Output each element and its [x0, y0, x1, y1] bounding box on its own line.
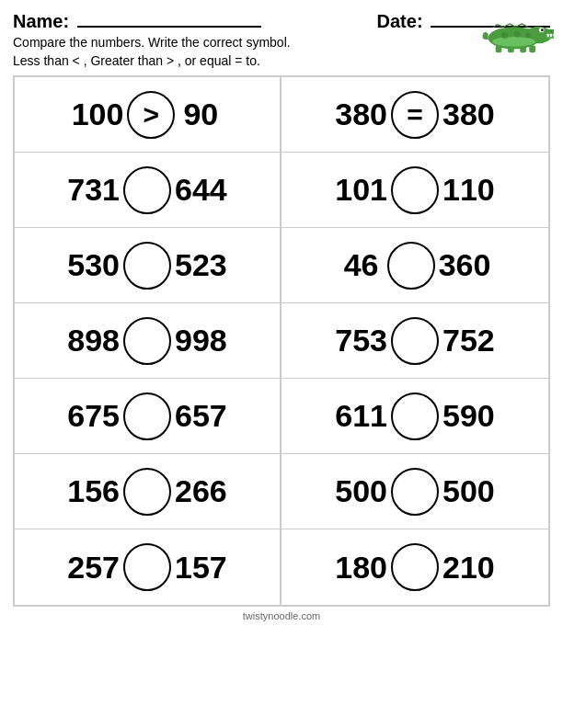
right-num2-6: 210 — [442, 550, 495, 586]
svg-rect-10 — [496, 45, 502, 52]
grid-row-0: 100>90380=380 — [15, 77, 548, 153]
svg-point-15 — [501, 32, 508, 39]
cell-right-2: 46360 — [282, 228, 548, 302]
svg-rect-6 — [547, 34, 549, 37]
left-num2-1: 644 — [175, 172, 227, 208]
left-num2-4: 657 — [175, 398, 227, 434]
grid-row-4: 675657611590 — [15, 379, 548, 454]
grid-row-3: 898998753752 — [15, 303, 548, 379]
left-circle-4[interactable] — [123, 392, 171, 440]
right-num1-0: 380 — [335, 97, 387, 132]
left-num2-0: 90 — [178, 97, 223, 132]
right-num1-2: 46 — [339, 247, 384, 283]
footer-url: twistynoodle.com — [13, 610, 550, 621]
left-circle-2[interactable] — [123, 242, 171, 290]
svg-rect-12 — [520, 45, 526, 52]
right-num2-0: 380 — [442, 97, 495, 132]
svg-point-14 — [492, 37, 535, 47]
cell-right-3: 753752 — [282, 303, 548, 378]
cell-left-1: 731644 — [15, 153, 282, 227]
cell-left-2: 530523 — [15, 228, 282, 302]
svg-rect-8 — [553, 34, 554, 37]
right-circle-4[interactable] — [391, 392, 439, 440]
left-num1-1: 731 — [67, 172, 120, 208]
left-num2-5: 266 — [175, 473, 227, 509]
right-circle-6[interactable] — [391, 543, 439, 591]
right-num2-5: 500 — [442, 473, 495, 509]
right-circle-5[interactable] — [391, 468, 439, 516]
right-num1-3: 753 — [335, 323, 387, 358]
cell-left-6: 257157 — [15, 529, 282, 605]
right-circle-3[interactable] — [391, 317, 439, 365]
left-num2-6: 157 — [175, 550, 227, 586]
left-num1-4: 675 — [67, 398, 120, 434]
left-num2-2: 523 — [175, 247, 227, 283]
right-circle-0[interactable]: = — [391, 91, 439, 139]
right-num1-1: 101 — [335, 172, 387, 208]
left-num1-0: 100 — [72, 97, 124, 132]
svg-point-16 — [514, 31, 521, 38]
cell-right-4: 611590 — [282, 379, 548, 453]
left-circle-0[interactable]: > — [127, 91, 175, 139]
right-num2-4: 590 — [442, 398, 495, 434]
cell-left-4: 675657 — [15, 379, 282, 453]
cell-left-5: 156266 — [15, 454, 282, 529]
left-circle-3[interactable] — [123, 317, 171, 365]
left-circle-5[interactable] — [123, 468, 171, 516]
left-num1-2: 530 — [67, 247, 120, 283]
cell-right-6: 180210 — [282, 529, 548, 605]
comparison-grid: 100>90380=380731644101110530523463608989… — [13, 75, 550, 607]
left-num2-3: 998 — [175, 323, 227, 358]
cell-right-1: 101110 — [282, 153, 548, 227]
alligator-icon — [480, 7, 554, 58]
grid-row-6: 257157180210 — [15, 529, 548, 605]
cell-left-0: 100>90 — [15, 77, 282, 152]
left-num1-5: 156 — [67, 473, 120, 509]
instructions-line1: Compare the numbers. Write the correct s… — [13, 34, 550, 52]
svg-point-17 — [525, 33, 530, 38]
svg-rect-7 — [550, 34, 552, 37]
right-num2-1: 110 — [442, 172, 495, 208]
left-num1-3: 898 — [67, 323, 120, 358]
left-circle-6[interactable] — [123, 543, 171, 591]
svg-rect-13 — [529, 45, 535, 52]
grid-row-1: 731644101110 — [15, 153, 548, 228]
svg-rect-2 — [546, 29, 554, 34]
grid-row-5: 156266500500 — [15, 454, 548, 529]
grid-row-2: 53052346360 — [15, 228, 548, 303]
left-num1-6: 257 — [67, 550, 120, 586]
right-num2-3: 752 — [442, 323, 495, 358]
svg-point-5 — [541, 28, 544, 31]
right-num2-2: 360 — [439, 247, 491, 283]
left-circle-1[interactable] — [123, 166, 171, 214]
right-circle-1[interactable] — [391, 166, 439, 214]
cell-right-5: 500500 — [282, 454, 548, 529]
right-num1-6: 180 — [335, 550, 387, 586]
name-line[interactable] — [77, 26, 261, 28]
instructions-line2: Less than < , Greater than > , or equal … — [13, 52, 550, 71]
date-label: Date: — [377, 11, 423, 31]
svg-point-9 — [550, 30, 552, 32]
right-num1-4: 611 — [335, 398, 387, 434]
name-label: Name: — [13, 11, 69, 31]
right-circle-2[interactable] — [387, 242, 435, 290]
cell-left-3: 898998 — [15, 303, 282, 378]
cell-right-0: 380=380 — [282, 77, 548, 152]
right-num1-5: 500 — [335, 473, 387, 509]
